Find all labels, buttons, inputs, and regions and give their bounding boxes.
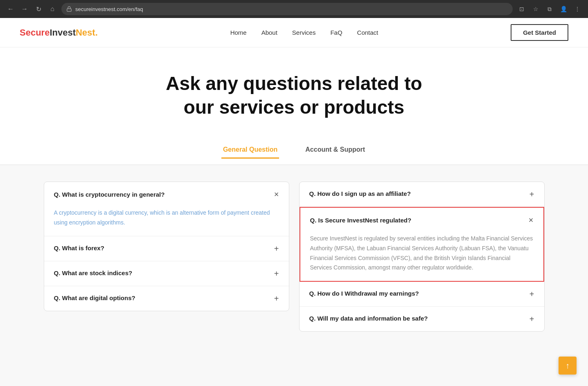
- faq-question-stock-indices: Q. What are stock indices?: [54, 269, 133, 276]
- svg-rect-0: [67, 9, 72, 11]
- faq-content: Q. What is cryptocurrency in general? × …: [24, 182, 564, 356]
- faq-toggle-cryptocurrency[interactable]: ×: [274, 190, 279, 198]
- faq-answer-regulated: Secure InvestNest is regulated by severa…: [310, 234, 534, 273]
- hero-title: Ask any questions related toour services…: [151, 72, 437, 119]
- nav-links: Home About Services FaQ Contact: [230, 29, 378, 36]
- faq-question-data-safe: Q. Will my data and information be safe?: [309, 315, 428, 322]
- faq-item-regulated[interactable]: Q. Is Secure InvestNest regulated? × Sec…: [300, 207, 544, 282]
- faq-question-regulated: Q. Is Secure InvestNest regulated?: [310, 217, 412, 224]
- faq-toggle-stock-indices[interactable]: +: [274, 269, 279, 278]
- extensions-button[interactable]: ⧉: [544, 3, 555, 15]
- logo-nest: Nest.: [76, 27, 98, 38]
- faq-toggle-withdrawal[interactable]: +: [529, 290, 534, 298]
- get-started-button[interactable]: Get Started: [511, 24, 568, 41]
- nav-about[interactable]: About: [261, 29, 277, 36]
- browser-chrome: ← → ↻ ⌂ secureinvestnest.com/en/faq ⊡ ☆ …: [0, 0, 588, 18]
- home-button[interactable]: ⌂: [47, 3, 58, 15]
- nav-home[interactable]: Home: [230, 29, 247, 36]
- faq-question-affiliate: Q. How do I sign up as an affiliate?: [309, 190, 411, 197]
- faq-toggle-regulated[interactable]: ×: [529, 216, 534, 224]
- faq-toggle-digital-options[interactable]: +: [274, 294, 279, 303]
- logo-secure: Secure: [20, 27, 50, 38]
- faq-toggle-data-safe[interactable]: +: [529, 315, 534, 323]
- faq-question-digital-options: Q. What are digital options?: [54, 294, 135, 301]
- faq-toggle-affiliate[interactable]: +: [529, 190, 534, 198]
- faq-question-forex: Q. What is forex?: [54, 245, 104, 251]
- logo-invest: Invest: [50, 27, 76, 38]
- navbar: Secure Invest Nest. Home About Services …: [0, 18, 588, 47]
- address-bar[interactable]: secureinvestnest.com/en/faq: [61, 3, 513, 15]
- nav-faq[interactable]: FaQ: [330, 29, 342, 36]
- nav-contact[interactable]: Contact: [357, 29, 378, 36]
- nav-services[interactable]: Services: [292, 29, 316, 36]
- back-button[interactable]: ←: [5, 3, 16, 15]
- hero-section: Ask any questions related toour services…: [0, 47, 588, 135]
- faq-item-digital-options[interactable]: Q. What are digital options? +: [44, 286, 289, 311]
- faq-item-withdrawal[interactable]: Q. How do I Withdrawal my earnings? +: [300, 282, 544, 307]
- logo[interactable]: Secure Invest Nest.: [20, 27, 98, 38]
- tab-general-question[interactable]: General Question: [221, 142, 279, 159]
- forward-button[interactable]: →: [19, 3, 30, 15]
- faq-answer-cryptocurrency: A cryptocurrency is a digital currency, …: [54, 208, 279, 228]
- cast-button[interactable]: ⊡: [516, 3, 527, 15]
- faq-question-withdrawal: Q. How do I Withdrawal my earnings?: [309, 290, 419, 297]
- faq-item-stock-indices[interactable]: Q. What are stock indices? +: [44, 261, 289, 286]
- faq-item-affiliate[interactable]: Q. How do I sign up as an affiliate? +: [300, 182, 544, 207]
- faq-card-right: Q. How do I sign up as an affiliate? + Q…: [299, 182, 545, 332]
- page-scroll-area[interactable]: Secure Invest Nest. Home About Services …: [0, 18, 588, 386]
- bookmark-button[interactable]: ☆: [530, 3, 541, 15]
- lock-icon: [66, 6, 72, 12]
- profile-button[interactable]: 👤: [558, 3, 569, 15]
- faq-tabs: General Question Account & Support: [0, 135, 588, 165]
- faq-card-left: Q. What is cryptocurrency in general? × …: [44, 182, 289, 311]
- faq-item-data-safe[interactable]: Q. Will my data and information be safe?…: [300, 307, 544, 331]
- scroll-to-top-button[interactable]: ↑: [559, 357, 577, 375]
- browser-actions: ⊡ ☆ ⧉ 👤 ⋮: [516, 3, 583, 15]
- faq-toggle-forex[interactable]: +: [274, 245, 279, 253]
- tab-account-support[interactable]: Account & Support: [304, 142, 367, 159]
- browser-nav-buttons: ← → ↻ ⌂: [5, 3, 58, 15]
- url-text: secureinvestnest.com/en/faq: [75, 6, 143, 12]
- faq-item-header-cryptocurrency: Q. What is cryptocurrency in general? ×: [54, 190, 279, 198]
- reload-button[interactable]: ↻: [33, 3, 44, 15]
- faq-item-forex[interactable]: Q. What is forex? +: [44, 236, 289, 261]
- faq-item-cryptocurrency[interactable]: Q. What is cryptocurrency in general? × …: [44, 182, 289, 236]
- menu-button[interactable]: ⋮: [572, 3, 583, 15]
- faq-question-cryptocurrency: Q. What is cryptocurrency in general?: [54, 191, 165, 198]
- faq-item-header-regulated: Q. Is Secure InvestNest regulated? ×: [310, 216, 534, 224]
